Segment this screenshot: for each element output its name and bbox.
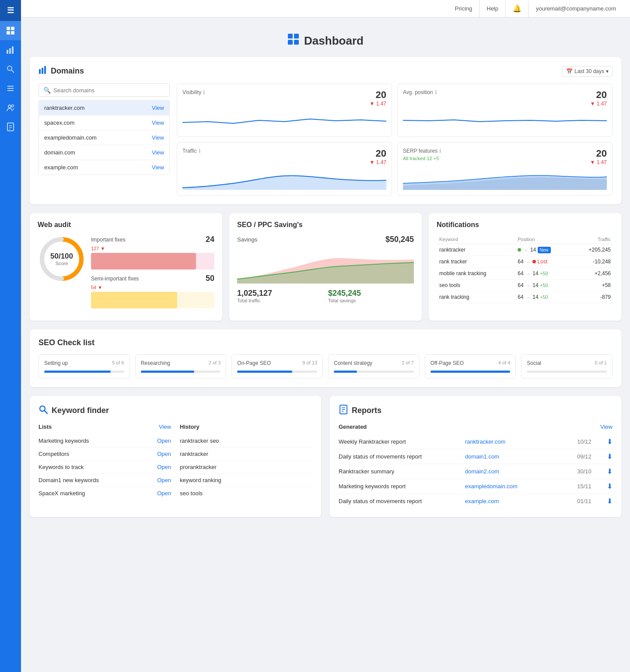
serp-features-metric: SERP features ℹ All tracked 12 +5 20 ▼ 1… <box>397 142 612 196</box>
download-icon[interactable]: ⬇ <box>592 438 612 446</box>
domain-list: ranktracker.com View spacex.com View exa… <box>38 100 170 175</box>
reports-title: Reports <box>352 406 382 415</box>
total-savings-label: Total savings <box>328 298 414 303</box>
svg-rect-1 <box>11 27 14 30</box>
domain-item[interactable]: domain.com View <box>39 145 169 160</box>
bottom-section: Keyword finder Lists View Marketing keyw… <box>30 396 621 526</box>
keyword-finder-title: Keyword finder <box>52 406 109 415</box>
domain-view-link[interactable]: View <box>152 149 164 156</box>
download-icon[interactable]: ⬇ <box>592 467 612 476</box>
table-row: mobile rank tracking 64 → 14 +50 +2,456 <box>437 268 613 280</box>
seo-checklist-section: SEO Check list Setting up 5 of 6 Researc… <box>30 329 621 387</box>
table-row: seo tools 64 → 14 +50 +58 <box>437 280 613 291</box>
list-item[interactable]: keyword ranking <box>180 474 312 487</box>
sidebar: ☰ <box>0 0 21 535</box>
domain-item[interactable]: example.com View <box>39 160 169 175</box>
sidebar-item-analytics[interactable] <box>0 40 21 60</box>
date-filter[interactable]: 📅 Last 30 days ▾ <box>562 66 612 77</box>
table-row: rank tracking 64 → 14 +50 -879 <box>437 291 613 303</box>
audit-score-circle: 50/100 Score <box>38 235 86 283</box>
download-icon[interactable]: ⬇ <box>592 497 612 505</box>
list-item[interactable]: SpaceX marketing Open <box>38 487 171 500</box>
user-email[interactable]: youremail@companyname.com <box>529 0 623 18</box>
kw-lists-view[interactable]: View <box>159 424 171 430</box>
list-item[interactable]: seo tools <box>180 487 312 500</box>
generated-label: Generated <box>339 424 367 430</box>
svg-rect-21 <box>294 40 299 45</box>
report-item: Daily status of movements report domain1… <box>339 449 612 464</box>
savings-label: Savings <box>237 236 257 243</box>
domain-list-panel: 🔍 ranktracker.com View spacex.com View e… <box>38 84 170 196</box>
list-item[interactable]: Keywords to track Open <box>38 461 171 474</box>
domain-view-link[interactable]: View <box>152 134 164 141</box>
help-link[interactable]: Help <box>480 0 506 18</box>
domain-search-input[interactable] <box>53 87 165 94</box>
list-item[interactable]: ranktracker seo <box>180 434 312 448</box>
kw-lists-col: Lists View Marketing keywords Open Compe… <box>38 424 171 500</box>
list-item[interactable]: Marketing keywords Open <box>38 434 171 448</box>
checklist-item[interactable]: On-Page SEO 9 of 13 <box>231 354 323 378</box>
keyword-finder-icon <box>38 405 48 416</box>
report-item: Ranktracker summary domain2.com 30/10 ⬇ <box>339 464 612 479</box>
web-audit-title: Web audit <box>38 221 214 229</box>
svg-rect-6 <box>12 46 14 54</box>
sidebar-item-list[interactable] <box>0 79 21 98</box>
domain-view-link[interactable]: View <box>152 164 164 171</box>
sidebar-item-users[interactable] <box>0 98 21 117</box>
main-content: Dashboard Domains 📅 Last 30 days ▾ 🔍 <box>21 18 630 535</box>
info-icon[interactable]: ℹ <box>199 148 201 154</box>
svg-line-29 <box>45 411 47 413</box>
info-icon[interactable]: ℹ <box>203 89 205 95</box>
checklist-item[interactable]: Content strategy 2 of 7 <box>328 354 420 378</box>
reports-view-link[interactable]: View <box>600 424 612 430</box>
traffic-chart <box>182 168 386 190</box>
svg-rect-20 <box>288 40 293 45</box>
kw-open-btn[interactable]: Open <box>157 438 171 444</box>
important-fixes-label: Important fixes <box>91 237 126 243</box>
sidebar-item-dashboard[interactable] <box>0 21 21 40</box>
kw-open-btn[interactable]: Open <box>157 464 171 470</box>
download-icon[interactable]: ⬇ <box>592 482 612 490</box>
reports-generated-header: Generated View <box>339 424 612 430</box>
domain-item[interactable]: ranktracker.com View <box>39 101 169 116</box>
list-item[interactable]: proranktracker <box>180 461 312 474</box>
domain-item[interactable]: spacex.com View <box>39 116 169 130</box>
info-icon[interactable]: ℹ <box>435 89 437 95</box>
sidebar-item-reports[interactable] <box>0 117 21 136</box>
list-item[interactable]: ranktracker <box>180 448 312 461</box>
svg-rect-4 <box>7 50 8 54</box>
domains-section: Domains 📅 Last 30 days ▾ 🔍 ranktracker.c… <box>30 57 621 204</box>
kw-open-btn[interactable]: Open <box>157 451 171 457</box>
info-icon[interactable]: ℹ <box>439 148 441 154</box>
notifications-table: Keyword Position Traffic ranktracker → 1… <box>437 235 613 303</box>
domain-view-link[interactable]: View <box>152 105 164 111</box>
svg-rect-0 <box>7 27 10 30</box>
svg-rect-19 <box>294 34 299 38</box>
checklist-item[interactable]: Social 0 of 1 <box>521 354 612 378</box>
search-icon: 🔍 <box>43 87 51 94</box>
domain-search-box[interactable]: 🔍 <box>38 84 170 97</box>
list-item[interactable]: Competitors Open <box>38 448 171 461</box>
sidebar-item-search[interactable] <box>0 60 21 79</box>
svg-rect-3 <box>11 31 14 35</box>
savings-amount: $50,245 <box>385 235 414 244</box>
visibility-chart <box>182 109 386 131</box>
domain-view-link[interactable]: View <box>152 119 164 126</box>
notification-bell[interactable]: 🔔 <box>506 0 529 18</box>
kw-open-btn[interactable]: Open <box>157 477 171 483</box>
checklist-item[interactable]: Off-Page SEO 4 of 4 <box>425 354 516 378</box>
checklist-item[interactable]: Researching 2 of 3 <box>135 354 227 378</box>
important-fixes-sub: 127 ▼ <box>91 246 214 251</box>
list-item[interactable]: Domain1 new keywords Open <box>38 474 171 487</box>
col-keyword: Keyword <box>437 235 515 244</box>
audit-score-value: 50/100 <box>50 252 73 261</box>
table-row: ranktracker → 14 New +205,245 <box>437 244 613 256</box>
pricing-link[interactable]: Pricing <box>448 0 480 18</box>
semi-important-count: 50 <box>206 274 214 283</box>
domain-item[interactable]: exampledomain.com View <box>39 130 169 145</box>
kw-open-btn[interactable]: Open <box>157 490 171 497</box>
traffic-metric: Traffic ℹ 20 ▼ 1.47 <box>177 142 392 196</box>
checklist-item[interactable]: Setting up 5 of 6 <box>38 354 130 378</box>
download-icon[interactable]: ⬇ <box>592 452 612 461</box>
keyword-finder-layout: Lists View Marketing keywords Open Compe… <box>38 424 312 500</box>
